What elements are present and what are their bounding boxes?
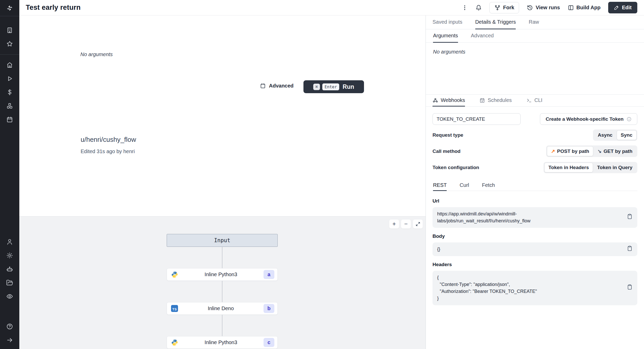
page-title: Test early return <box>26 4 81 12</box>
sidebar-item-resources[interactable] <box>0 99 19 113</box>
view-runs-button[interactable]: View runs <box>527 5 560 11</box>
flow-node-label: Inline Python3 <box>178 272 264 277</box>
sidebar-divider <box>0 16 19 16</box>
request-type-sync[interactable]: Sync <box>617 130 637 140</box>
flow-node-c[interactable]: Inline Python3 c <box>167 336 278 349</box>
flow-node-a[interactable]: Inline Python3 a <box>167 268 278 281</box>
request-type-label: Request type <box>433 132 463 138</box>
webhook-token-input[interactable] <box>433 113 521 125</box>
tab-details-triggers[interactable]: Details & Triggers <box>475 15 516 29</box>
tab-schedules[interactable]: Schedules <box>479 95 512 107</box>
call-method-get[interactable]: ↘ GET by path <box>593 146 637 156</box>
body-value: {} <box>437 246 619 253</box>
flow-path: u/henri/cushy_flow <box>81 136 136 144</box>
trigger-tabs: Webhooks Schedules C <box>426 94 644 107</box>
copy-body-button[interactable] <box>627 245 633 253</box>
flow-edge <box>222 247 222 268</box>
fit-view-button[interactable] <box>413 220 423 229</box>
expand-icon <box>416 222 420 226</box>
arrow-up-right-icon: ↗ <box>551 148 555 154</box>
zoom-out-button[interactable]: − <box>401 220 411 229</box>
call-method-post[interactable]: ↗ POST by path <box>547 146 594 156</box>
create-webhook-token-button[interactable]: Create a Webhook-specific Token <box>540 113 637 125</box>
token-in-query[interactable]: Token in Query <box>593 163 637 172</box>
dollar-icon <box>6 89 13 96</box>
sidebar-item-folders[interactable] <box>0 276 19 290</box>
flow-node-b[interactable]: TS Inline Deno b <box>167 302 278 315</box>
copy-headers-button[interactable] <box>627 284 633 292</box>
sidebar-item-users[interactable] <box>0 235 19 249</box>
tab-rest[interactable]: REST <box>433 180 447 191</box>
zoom-in-button[interactable]: + <box>389 220 399 229</box>
body-label: Body <box>433 233 637 239</box>
cmd-key-chip: ⌘ <box>313 84 320 90</box>
windmill-logo-icon[interactable] <box>0 0 19 16</box>
request-type-row: Request type Async Sync <box>433 129 637 141</box>
sidebar-item-workspace[interactable] <box>0 23 19 37</box>
flow-graph-canvas[interactable]: + − Input <box>19 216 426 349</box>
clipboard-icon <box>627 245 633 251</box>
arrow-down-right-icon: ↘ <box>597 148 601 154</box>
edit-button-label: Edit <box>622 5 632 11</box>
calendar-icon <box>6 116 13 123</box>
fork-button[interactable]: Fork <box>489 2 519 13</box>
sidebar-item-audit-logs[interactable] <box>0 290 19 303</box>
app-root: Test early return <box>0 0 644 349</box>
sidebar-item-help[interactable] <box>0 320 19 333</box>
create-webhook-token-label: Create a Webhook-specific Token <box>546 116 623 122</box>
clipboard-icon <box>627 284 633 290</box>
tab-cli-label: CLI <box>535 97 543 103</box>
subtab-arguments[interactable]: Arguments <box>433 29 458 43</box>
url-label: Url <box>433 198 637 204</box>
build-app-label: Build App <box>577 5 601 11</box>
tab-cli[interactable]: CLI <box>526 95 543 107</box>
tab-raw[interactable]: Raw <box>529 15 539 29</box>
copy-url-button[interactable] <box>627 214 633 222</box>
token-config-toggle: Token in Headers Token in Query <box>544 162 637 173</box>
run-button[interactable]: ⌘ Enter Run <box>303 80 364 93</box>
eye-icon <box>6 293 13 300</box>
tab-saved-inputs[interactable]: Saved inputs <box>433 15 462 29</box>
subtab-advanced[interactable]: Advanced <box>471 29 494 43</box>
edited-info: Edited 31s ago by henri <box>81 149 135 154</box>
sidebar-item-workers[interactable] <box>0 262 19 276</box>
bell-icon <box>476 5 482 11</box>
call-method-get-label: GET by path <box>604 149 632 154</box>
folder-open-icon <box>6 279 13 286</box>
git-fork-icon <box>494 5 501 11</box>
flow-node-badge: a <box>264 270 274 279</box>
edit-button[interactable]: Edit <box>608 2 637 13</box>
notifications-button[interactable] <box>476 5 482 11</box>
tab-curl[interactable]: Curl <box>460 180 469 191</box>
sidebar-item-variables[interactable] <box>0 85 19 99</box>
terminal-icon <box>526 98 532 103</box>
test-area: No arguments Advanced ⌘ Enter Run u/henr… <box>19 15 426 216</box>
advanced-button[interactable]: Advanced <box>260 83 294 89</box>
star-icon <box>6 40 13 47</box>
sidebar-item-favorites[interactable] <box>0 37 19 51</box>
request-type-async[interactable]: Async <box>594 130 617 140</box>
no-arguments-text: No arguments <box>433 49 465 55</box>
sidebar-expand-button[interactable] <box>0 333 19 347</box>
request-type-toggle: Async Sync <box>593 129 637 141</box>
call-method-post-label: POST by path <box>557 149 589 154</box>
sidebar-item-schedules[interactable] <box>0 113 19 126</box>
tab-webhooks[interactable]: Webhooks <box>433 95 465 107</box>
clipboard-icon <box>627 214 633 220</box>
sidebar-item-runs[interactable] <box>0 72 19 85</box>
flow-input-node[interactable]: Input <box>167 234 278 247</box>
tab-fetch[interactable]: Fetch <box>482 180 495 191</box>
sidebar-item-settings[interactable] <box>0 249 19 262</box>
sidebar-item-home[interactable] <box>0 58 19 72</box>
build-app-button[interactable]: Build App <box>568 5 601 11</box>
home-icon <box>6 62 13 68</box>
more-menu-button[interactable] <box>462 5 468 11</box>
url-value: https://app.windmill.dev/api/w/windmill-… <box>437 211 602 224</box>
fork-button-label: Fork <box>503 5 514 11</box>
url-box: https://app.windmill.dev/api/w/windmill-… <box>433 207 637 228</box>
play-icon <box>6 75 13 82</box>
typescript-icon: TS <box>171 305 178 312</box>
kebab-menu-icon <box>462 5 468 11</box>
robot-icon <box>6 266 13 273</box>
token-in-headers[interactable]: Token in Headers <box>544 163 593 172</box>
